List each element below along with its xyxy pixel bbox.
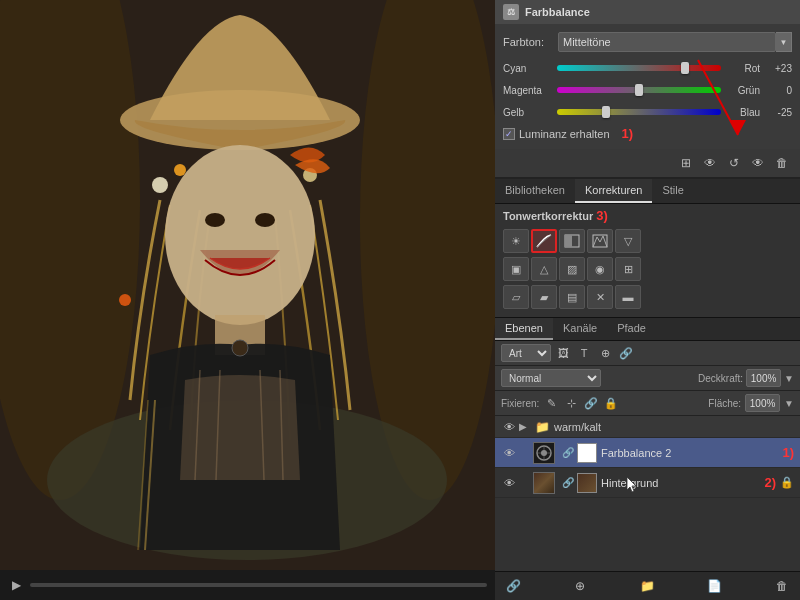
ebenen-icon-2[interactable]: T (575, 344, 593, 362)
korrekturen-section: Tonwertkorrektur 3) ☀ (495, 204, 800, 317)
farbbalance-content: Farbton: Mitteltöne ▼ Cyan Rot (495, 24, 800, 149)
fixieren-position-icon[interactable]: ✎ (543, 395, 559, 411)
ebenen-icon-4[interactable]: 🔗 (617, 344, 635, 362)
layer-fb2-visibility[interactable]: 👁 (501, 445, 517, 461)
cyan-rot-row: Cyan Rot +23 (503, 60, 792, 76)
korr-icon-hsl[interactable]: ▣ (503, 257, 529, 281)
luminanz-checkbox[interactable]: ✓ (503, 128, 515, 140)
korr-icon-brightness[interactable]: ☀ (503, 229, 529, 253)
layers-list: 👁 ▶ 📁 warm/kalt 👁 🔗 (495, 416, 800, 571)
gelb-blau-value: -25 (764, 107, 792, 118)
cyan-rot-value: +23 (764, 63, 792, 74)
ebenen-icon-1[interactable]: 🖼 (554, 344, 572, 362)
bottom-toolbar: 🔗 ⊕ 📁 📄 🗑 (495, 571, 800, 600)
svg-point-16 (119, 294, 131, 306)
ebenen-icon-3[interactable]: ⊕ (596, 344, 614, 362)
tab-korrekturen[interactable]: Korrekturen (575, 179, 652, 203)
fixieren-link-icon[interactable]: 🔗 (583, 395, 599, 411)
korr-icon-threshold[interactable]: ⊞ (615, 257, 641, 281)
fixieren-lock-icon[interactable]: 🔒 (603, 395, 619, 411)
tab-kanaele[interactable]: Kanäle (553, 318, 607, 340)
svg-point-17 (232, 340, 248, 356)
layer-hintergrund[interactable]: 👁 🔗 Hintergrund 2) 🔒 (495, 468, 800, 498)
farbton-row: Farbton: Mitteltöne ▼ (503, 32, 792, 52)
cyan-rot-thumb[interactable] (681, 62, 689, 74)
cyan-label: Cyan (503, 63, 553, 74)
korrekturen-title: Tonwertkorrektur 3) (503, 208, 792, 223)
layer-warmkalt-visibility[interactable]: 👁 (501, 419, 517, 435)
fixieren-label: Fixieren: (501, 398, 539, 409)
gelb-blau-thumb[interactable] (602, 106, 610, 118)
bottom-folder-icon[interactable]: 📁 (638, 576, 658, 596)
blend-mode-dropdown[interactable]: Normal (501, 369, 601, 387)
art-dropdown[interactable]: Art (501, 344, 551, 362)
korr-icon-vibrance[interactable] (587, 229, 613, 253)
bottom-newlayer-icon[interactable]: 📄 (705, 576, 725, 596)
korr-icon-gradient[interactable]: ▱ (503, 285, 529, 309)
korr-icon-colorlookup[interactable]: △ (531, 257, 557, 281)
image-panel: ▶ (0, 0, 495, 600)
layer-hg-annotation: 2) (764, 475, 776, 490)
cyan-rot-slider-container (557, 60, 721, 76)
layer-warmkalt-arrow[interactable]: ▶ (519, 421, 533, 432)
layer-hg-visibility[interactable]: 👁 (501, 475, 517, 491)
tab-pfade[interactable]: Pfade (607, 318, 656, 340)
luminanz-checkbox-label[interactable]: ✓ Luminanz erhalten (503, 128, 610, 140)
toolbar-grid-icon[interactable]: ⊞ (676, 153, 696, 173)
svg-point-13 (152, 177, 168, 193)
bottom-adjustment-icon[interactable]: ⊕ (570, 576, 590, 596)
deckkraft-input[interactable] (746, 369, 781, 387)
korr-icon-posterize[interactable]: ◉ (587, 257, 613, 281)
magenta-gruen-slider-container (557, 82, 721, 98)
korr-icon-channelmix[interactable]: ▤ (559, 285, 585, 309)
farbbalance-section: ⚖ Farbbalance Farbton: Mitteltöne ▼ Cyan (495, 0, 800, 179)
ebenen-art-toolbar: Art 🖼 T ⊕ 🔗 (495, 341, 800, 366)
layer-hg-thumb (533, 472, 555, 494)
korr-icon-exposure[interactable] (559, 229, 585, 253)
toolbar-visibility-icon[interactable]: 👁 (748, 153, 768, 173)
balance-icon: ⚖ (503, 4, 519, 20)
deckkraft-arrow[interactable]: ▼ (784, 373, 794, 384)
tab-stile[interactable]: Stile (652, 179, 693, 203)
korr-icon-pattern[interactable]: ▬ (615, 285, 641, 309)
layer-group-warmkalt[interactable]: 👁 ▶ 📁 warm/kalt (495, 416, 800, 438)
svg-point-6 (205, 213, 225, 227)
deckkraft-area: Deckkraft: ▼ (698, 369, 794, 387)
gelb-label: Gelb (503, 107, 553, 118)
flaeche-input[interactable] (745, 394, 780, 412)
luminanz-row: ✓ Luminanz erhalten 1) (503, 126, 792, 141)
farbton-arrow[interactable]: ▼ (776, 32, 792, 52)
playbar: ▶ (0, 570, 495, 600)
toolbar-row: ⊞ 👁 ↺ 👁 🗑 (495, 149, 800, 178)
ebenen-section: Ebenen Kanäle Pfade Art 🖼 T ⊕ 🔗 Normal D… (495, 317, 800, 600)
farbton-select[interactable]: Mitteltöne (558, 32, 776, 52)
korr-icon-colbalance[interactable]: ▽ (615, 229, 641, 253)
korr-icon-selective[interactable]: ▰ (531, 285, 557, 309)
toolbar-eye-icon[interactable]: 👁 (700, 153, 720, 173)
gruen-label: Grün (725, 85, 760, 96)
layer-fb2-adj-icon (533, 442, 555, 464)
korr-icon-curves[interactable] (531, 229, 557, 253)
korr-icon-solidcolor[interactable]: ✕ (587, 285, 613, 309)
play-button[interactable]: ▶ (8, 577, 24, 593)
korr-icon-invert[interactable]: ▨ (559, 257, 585, 281)
bottom-link-icon[interactable]: 🔗 (503, 576, 523, 596)
layer-farbbalance2[interactable]: 👁 🔗 Farbbalance 2 1) (495, 438, 800, 468)
fixieren-pixels-icon[interactable]: ⊹ (563, 395, 579, 411)
magenta-label: Magenta (503, 85, 553, 96)
magenta-gruen-value: 0 (764, 85, 792, 96)
timeline[interactable] (30, 583, 487, 587)
rot-label: Rot (725, 63, 760, 74)
flaeche-arrow[interactable]: ▼ (784, 398, 794, 409)
panel-title: Farbbalance (525, 6, 792, 18)
magenta-gruen-track (557, 87, 721, 93)
tab-ebenen[interactable]: Ebenen (495, 318, 553, 340)
right-panel: ⚖ Farbbalance Farbton: Mitteltöne ▼ Cyan (495, 0, 800, 600)
toolbar-delete-icon[interactable]: 🗑 (772, 153, 792, 173)
flaeche-label: Fläche: (708, 398, 741, 409)
korrekturen-icons-row2: ▣ △ ▨ ◉ ⊞ (503, 257, 792, 281)
toolbar-reset-icon[interactable]: ↺ (724, 153, 744, 173)
magenta-gruen-thumb[interactable] (635, 84, 643, 96)
bottom-delete-icon[interactable]: 🗑 (772, 576, 792, 596)
tab-bibliotheken[interactable]: Bibliotheken (495, 179, 575, 203)
